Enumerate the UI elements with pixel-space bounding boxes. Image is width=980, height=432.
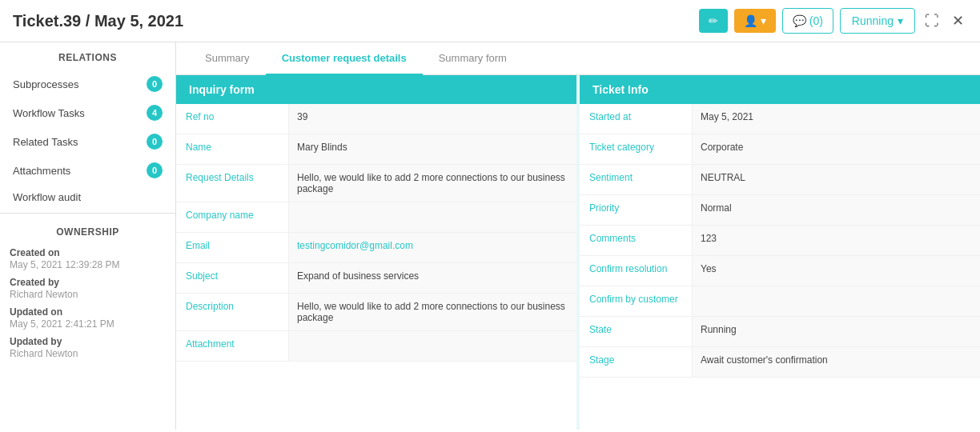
inquiry-panel-header: Inquiry form	[176, 75, 576, 104]
sidebar-badge-workflow-tasks: 4	[147, 105, 163, 121]
header: Ticket.39 / May 5, 2021 ✏ 👤 ▾ 💬 (0) Runn…	[0, 0, 980, 42]
assign-icon: 👤	[744, 14, 757, 27]
ticket-panel-body: Started at May 5, 2021 Ticket category C…	[580, 104, 980, 430]
sidebar-item-workflow-audit[interactable]: Workflow audit	[0, 185, 175, 210]
ownership-created-by: Created by Richard Newton	[0, 274, 175, 303]
sidebar-item-subprocesses[interactable]: Subprocesses 0	[0, 70, 175, 98]
running-button[interactable]: Running ▾	[840, 8, 915, 34]
sidebar-badge-subprocesses: 0	[147, 76, 163, 92]
field-label: Ticket category	[580, 134, 692, 164]
field-email: Email testingcomidor@gmail.com	[176, 233, 576, 263]
field-label: Started at	[580, 104, 692, 134]
header-actions: ✏ 👤 ▾ 💬 (0) Running ▾ ⛶ ✕	[699, 8, 967, 34]
sidebar-item-label: Workflow audit	[13, 191, 81, 203]
assign-button[interactable]: 👤 ▾	[734, 9, 776, 33]
field-ref-no: Ref no 39	[176, 104, 576, 134]
field-label: Attachment	[176, 331, 288, 361]
field-value: Hello, we would like to add 2 more conne…	[288, 165, 576, 202]
ownership-updated-on: Updated on May 5, 2021 2:41:21 PM	[0, 303, 175, 333]
tabs: Summary Customer request details Summary…	[176, 42, 980, 75]
field-label: Company name	[176, 202, 288, 232]
field-label: Description	[176, 294, 288, 330]
field-label: Stage	[580, 347, 692, 377]
inquiry-panel-body: Ref no 39 Name Mary Blinds Request Detai…	[176, 104, 576, 430]
sidebar-badge-related-tasks: 0	[147, 134, 163, 150]
field-confirm-by-customer: Confirm by customer	[580, 286, 980, 317]
ownership-key: Created by	[10, 277, 166, 288]
sidebar-item-workflow-tasks[interactable]: Workflow Tasks 4	[0, 98, 175, 127]
field-sentiment: Sentiment NEUTRAL	[580, 165, 980, 195]
field-label: Priority	[580, 195, 692, 225]
running-label: Running	[852, 14, 894, 27]
field-confirm-resolution: Confirm resolution Yes	[580, 256, 980, 286]
field-description: Description Hello, we would like to add …	[176, 294, 576, 331]
field-value: Corporate	[692, 134, 980, 164]
edit-button[interactable]: ✏	[699, 9, 728, 33]
field-value: Running	[692, 317, 980, 346]
edit-icon: ✏	[709, 14, 718, 27]
ownership-val: May 5, 2021 2:41:21 PM	[10, 318, 166, 330]
field-name: Name Mary Blinds	[176, 134, 576, 165]
sidebar: RELATIONS Subprocesses 0 Workflow Tasks …	[0, 42, 176, 430]
sidebar-item-related-tasks[interactable]: Related Tasks 0	[0, 127, 175, 156]
field-company-name: Company name	[176, 202, 576, 233]
expand-button[interactable]: ⛶	[922, 10, 942, 33]
field-label: Subject	[176, 263, 288, 293]
field-value: NEUTRAL	[692, 165, 980, 194]
field-value: Mary Blinds	[288, 134, 576, 164]
field-value: Expand of business services	[288, 263, 576, 293]
ownership-key: Updated by	[10, 336, 166, 347]
field-stage: Stage Await customer's confirmation	[580, 347, 980, 378]
field-value: May 5, 2021	[692, 104, 980, 134]
sidebar-item-attachments[interactable]: Attachments 0	[0, 156, 175, 185]
assign-chevron-icon: ▾	[761, 14, 766, 27]
page-title: Ticket.39 / May 5, 2021	[13, 12, 183, 30]
field-value: Yes	[692, 256, 980, 286]
tab-summary-form[interactable]: Summary form	[423, 42, 523, 75]
field-label: Confirm resolution	[580, 256, 692, 286]
field-ticket-category: Ticket category Corporate	[580, 134, 980, 165]
field-label: Ref no	[176, 104, 288, 134]
field-value: Await customer's confirmation	[692, 347, 980, 377]
field-state: State Running	[580, 317, 980, 347]
ownership-val: May 5, 2021 12:39:28 PM	[10, 259, 166, 270]
ticket-panel-header: Ticket Info	[580, 75, 980, 104]
panels: Inquiry form Ref no 39 Name Mary Blinds …	[176, 75, 980, 430]
field-value	[692, 286, 980, 316]
field-subject: Subject Expand of business services	[176, 263, 576, 294]
field-label: Request Details	[176, 165, 288, 202]
field-label: State	[580, 317, 692, 346]
main-layout: RELATIONS Subprocesses 0 Workflow Tasks …	[0, 42, 980, 430]
field-label: Email	[176, 233, 288, 262]
sidebar-item-label: Workflow Tasks	[13, 107, 85, 119]
ownership-val: Richard Newton	[10, 289, 166, 300]
field-value	[288, 331, 576, 361]
field-value: Normal	[692, 195, 980, 225]
field-value	[288, 202, 576, 232]
ownership-val: Richard Newton	[10, 348, 166, 359]
tab-customer-request-details[interactable]: Customer request details	[266, 42, 423, 75]
field-label: Confirm by customer	[580, 286, 692, 316]
ownership-title: OWNERSHIP	[0, 217, 175, 244]
relations-title: RELATIONS	[0, 42, 175, 70]
field-started-at: Started at May 5, 2021	[580, 104, 980, 134]
field-attachment: Attachment	[176, 331, 576, 362]
ownership-key: Updated on	[10, 306, 166, 318]
comment-button[interactable]: 💬 (0)	[782, 8, 833, 34]
field-comments: Comments 123	[580, 226, 980, 256]
field-value: 39	[288, 104, 576, 134]
inquiry-panel: Inquiry form Ref no 39 Name Mary Blinds …	[176, 75, 576, 430]
ticket-panel: Ticket Info Started at May 5, 2021 Ticke…	[580, 75, 980, 430]
field-priority: Priority Normal	[580, 195, 980, 226]
sidebar-item-label: Attachments	[13, 165, 70, 177]
field-label: Sentiment	[580, 165, 692, 194]
content-area: Summary Customer request details Summary…	[176, 42, 980, 430]
close-button[interactable]: ✕	[949, 9, 967, 33]
sidebar-item-label: Related Tasks	[13, 136, 78, 148]
field-request-details: Request Details Hello, we would like to …	[176, 165, 576, 202]
tab-summary[interactable]: Summary	[189, 42, 266, 75]
ownership-key: Created on	[10, 247, 166, 258]
field-label: Name	[176, 134, 288, 164]
field-label: Comments	[580, 226, 692, 255]
sidebar-divider	[0, 213, 175, 214]
